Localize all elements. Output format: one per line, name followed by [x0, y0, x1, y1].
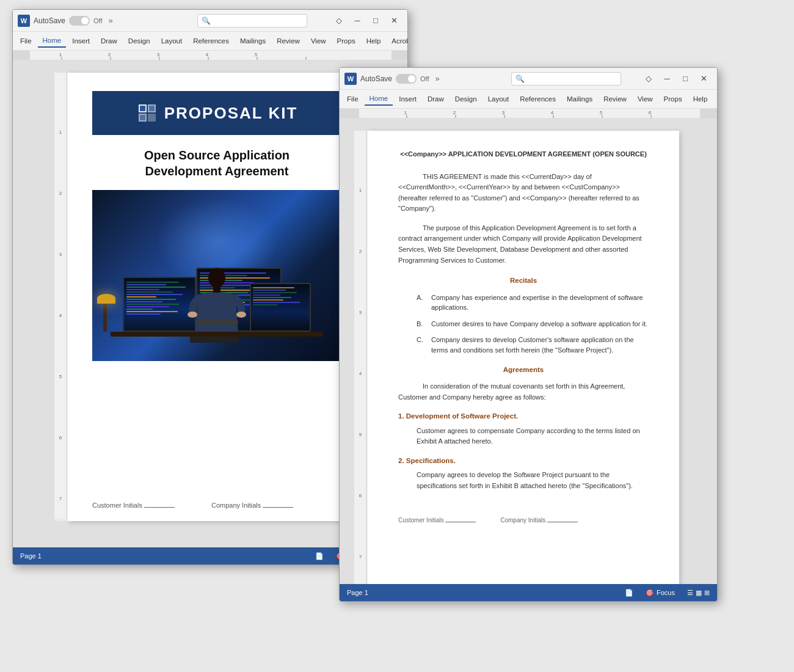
tab-references-1[interactable]: References: [188, 35, 234, 47]
document-page-2: <<Company>> APPLICATION DEVELOPMENT AGRE…: [368, 131, 679, 584]
tab-layout-1[interactable]: Layout: [156, 35, 188, 47]
status-page-1: Page 1: [20, 552, 42, 560]
ribbon-1: File Home Insert Draw Design Layout Refe…: [13, 32, 407, 51]
diamond-btn-1[interactable]: ◇: [330, 12, 348, 29]
tab-props-1[interactable]: Props: [332, 35, 360, 47]
autosave-toggle-2[interactable]: [396, 74, 417, 84]
svg-text:7: 7: [359, 554, 362, 560]
recital-c: C. Company desires to develop Customer's…: [398, 335, 649, 355]
tab-design-1[interactable]: Design: [123, 35, 155, 47]
svg-rect-36: [340, 109, 717, 119]
status-read-icon-1[interactable]: 📄: [315, 552, 324, 560]
recital-c-label: C.: [417, 335, 426, 355]
status-focus-2[interactable]: 🎯 Focus: [646, 589, 675, 597]
tab2-acrobat[interactable]: Acrobat: [713, 93, 718, 105]
cover-title: Open Source Application Development Agre…: [92, 147, 341, 179]
svg-rect-2: [392, 51, 407, 60]
search-icon-1: 🔍: [202, 16, 211, 25]
svg-text:5: 5: [359, 432, 362, 437]
ruler-svg-2: 1 2 3 4 5 6: [340, 109, 717, 119]
maximize-btn-2[interactable]: □: [677, 70, 694, 87]
status-page-2: Page 1: [347, 589, 368, 596]
minimize-btn-1[interactable]: ─: [349, 12, 366, 29]
tab-home-1[interactable]: Home: [38, 34, 67, 48]
tab2-insert[interactable]: Insert: [394, 93, 421, 105]
code-line-14: [126, 313, 161, 315]
svg-rect-0: [13, 51, 407, 60]
tab2-layout[interactable]: Layout: [483, 93, 514, 105]
autosave-label-2: AutoSave: [360, 75, 392, 83]
view-icon-2b[interactable]: ▦: [696, 589, 702, 597]
title-bar-2: W AutoSave Off » 🔍 ◇ ─ □ ✕: [340, 68, 717, 90]
code-line-6: [126, 294, 183, 295]
diamond-btn-2[interactable]: ◇: [640, 70, 657, 87]
status-read-icon-2[interactable]: 📄: [625, 589, 633, 597]
tab2-props[interactable]: Props: [659, 93, 687, 105]
recital-b: B. Customer desires to have Company deve…: [398, 319, 649, 329]
tab2-mailings[interactable]: Mailings: [562, 93, 597, 105]
search-box-1[interactable]: 🔍: [197, 14, 307, 27]
tab2-design[interactable]: Design: [450, 93, 482, 105]
customer-blank: [144, 507, 175, 508]
tab2-help[interactable]: Help: [688, 93, 713, 105]
close-btn-1[interactable]: ✕: [385, 12, 402, 29]
doc-company-blank: [547, 522, 578, 522]
tab-mailings-1[interactable]: Mailings: [235, 35, 271, 47]
word-app-icon-1: W: [18, 15, 30, 27]
tab-draw-1[interactable]: Draw: [96, 35, 122, 47]
svg-text:1: 1: [59, 52, 62, 57]
tab-file-1[interactable]: File: [15, 35, 37, 47]
read-icon-2: 📄: [625, 589, 633, 597]
focus-label-2: Focus: [657, 589, 675, 596]
rcode-line-3: [253, 292, 297, 293]
title-search-1: 🔍: [174, 14, 330, 27]
doc-area-2[interactable]: 1 2 3 4 5 6 7 8 <<Company>> APPLICATION …: [340, 119, 717, 584]
doc-customer-initials: Customer Initials: [398, 516, 476, 525]
section-recitals: Recitals: [398, 276, 649, 286]
ribbon-tabs-1: File Home Insert Draw Design Layout Refe…: [13, 32, 407, 50]
more-options-2[interactable]: »: [433, 74, 442, 83]
code-line-2: [126, 284, 166, 285]
view-icon-2c[interactable]: ⊞: [704, 589, 710, 597]
recital-a-text: Company has experience and expertise in …: [431, 293, 649, 313]
minimize-btn-2[interactable]: ─: [658, 70, 676, 87]
recital-a: A. Company has experience and expertise …: [398, 293, 649, 313]
svg-rect-29: [149, 106, 155, 111]
title-bar-left-1: W AutoSave Off »: [18, 15, 174, 27]
code-line-1: [126, 282, 179, 283]
maximize-btn-1[interactable]: □: [367, 12, 384, 29]
doc-company-initials: Company Initials: [500, 516, 578, 525]
search-box-2[interactable]: 🔍: [511, 72, 621, 86]
tab-help-1[interactable]: Help: [362, 35, 386, 47]
tab2-file[interactable]: File: [342, 93, 363, 105]
svg-text:6: 6: [649, 110, 652, 115]
view-icon-2a[interactable]: ☰: [687, 589, 693, 597]
vertical-ruler-2: 1 2 3 4 5 6 7 8: [354, 131, 368, 584]
close-btn-2[interactable]: ✕: [695, 70, 712, 87]
ruler-1: 1 2 3 4 5: [13, 51, 407, 60]
tab2-draw[interactable]: Draw: [423, 93, 449, 105]
vertical-ruler-1: 1 2 3 4 5 6 7: [54, 73, 68, 521]
keyboard: [190, 337, 239, 343]
code-line-9: [126, 301, 162, 302]
tab-insert-1[interactable]: Insert: [67, 35, 95, 47]
svg-text:3: 3: [157, 52, 160, 57]
toggle-knob-1: [81, 17, 89, 24]
tab2-home[interactable]: Home: [365, 92, 393, 106]
rcode-line-7: [253, 302, 300, 303]
svg-point-34: [188, 312, 197, 318]
svg-text:4: 4: [551, 110, 554, 115]
title-bar-1: W AutoSave Off » 🔍 ◇ ─ □ ✕: [13, 10, 407, 32]
tab-acrobat-1[interactable]: Acrobat: [387, 35, 408, 47]
recital-c-text: Company desires to develop Customer's so…: [431, 335, 649, 355]
tab-review-1[interactable]: Review: [272, 35, 305, 47]
tab-view-1[interactable]: View: [306, 35, 331, 47]
company-initials-text: Company Initials: [211, 502, 293, 509]
rcode-line-6: [253, 299, 283, 301]
tab2-references[interactable]: References: [515, 93, 561, 105]
svg-rect-37: [340, 109, 359, 119]
autosave-toggle-1[interactable]: [69, 16, 90, 26]
more-options-1[interactable]: »: [106, 16, 115, 25]
tab2-review[interactable]: Review: [599, 93, 632, 105]
tab2-view[interactable]: View: [633, 93, 658, 105]
